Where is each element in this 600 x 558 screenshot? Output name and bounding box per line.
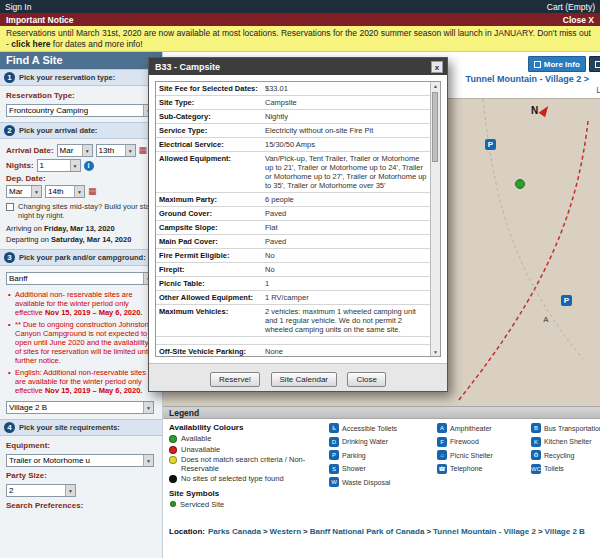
section-park-campground: 3 Pick your park and/or campground:: [0, 249, 162, 266]
available-site-marker[interactable]: [515, 179, 525, 189]
top-bar: Sign In Cart (Empty): [0, 0, 600, 13]
party-size-label: Party Size:: [6, 471, 156, 480]
section-reservation-type: 1 Pick your reservation type:: [0, 69, 162, 86]
departure-month-select[interactable]: Mar ▼: [6, 185, 42, 198]
legend-icon-item: ⌂ Picnic Shelter: [437, 450, 523, 460]
site-detail-row: Electrical Service: 15/30/50 Amps: [156, 138, 430, 152]
site-detail-row: Site Fee for Selected Dates: $33.01: [156, 82, 430, 96]
chevron-down-icon: ▼: [143, 402, 153, 413]
notice-close-button[interactable]: Close X: [563, 15, 594, 25]
availability-list: Available Unavailable Does not match sea…: [169, 435, 321, 484]
parking-marker[interactable]: P: [485, 139, 496, 150]
scroll-up-icon[interactable]: ▲: [431, 82, 440, 90]
cart-link[interactable]: Cart (Empty): [547, 2, 595, 12]
park-value: Banff: [7, 274, 30, 283]
facility-icon: W: [329, 477, 339, 487]
breadcrumb-link[interactable]: Tunnel Mountain - Village 2: [433, 527, 536, 536]
availability-dot: [169, 475, 177, 483]
scroll-down-icon[interactable]: ▼: [431, 348, 440, 356]
arrival-day-select[interactable]: 13th ▼: [96, 144, 136, 157]
party-size-select[interactable]: 2 ▼: [6, 484, 76, 497]
park-select[interactable]: Banff ▼: [6, 272, 154, 285]
site-detail-row: Site Type: Campsite: [156, 96, 430, 110]
chevron-down-icon: ▼: [143, 455, 153, 466]
chevron-down-icon: ▼: [82, 145, 92, 156]
facility-icon: ⌂: [437, 450, 447, 460]
legend-header: Legend: [163, 406, 600, 419]
breadcrumb-link[interactable]: Western: [270, 527, 301, 536]
midstay-checkbox[interactable]: [6, 203, 14, 211]
info-icon[interactable]: i: [84, 161, 94, 171]
site-detail-row: Service Type: Electricity without on-sit…: [156, 124, 430, 138]
facility-icon: A: [437, 423, 447, 433]
facility-icon: D: [329, 437, 339, 447]
scrollbar[interactable]: ▲ ▼: [430, 82, 440, 356]
close-button[interactable]: Close: [347, 372, 385, 387]
legend-icons-column-1: ♿ Accessible Toilets D Drinking Water P …: [329, 423, 429, 517]
departure-day-value: 14th: [46, 187, 66, 196]
departing-line: Departing on Saturday, Mar 14, 2020: [6, 235, 156, 244]
arrival-day-value: 13th: [97, 146, 117, 155]
equipment-value: Trailer or Motorhome u: [7, 456, 92, 465]
breadcrumb-link[interactable]: Banff National Park of Canada: [310, 527, 425, 536]
sign-in-link[interactable]: Sign In: [5, 2, 31, 12]
parking-marker[interactable]: P: [561, 295, 572, 306]
map-breadcrumb-link[interactable]: Tunnel Mountain - Village 2 >: [466, 74, 589, 84]
facility-icon: ♿: [329, 423, 339, 433]
availability-dot: [169, 446, 177, 454]
legend-icon-item: D Drinking Water: [329, 437, 429, 447]
more-info-button[interactable]: More Info: [528, 56, 586, 72]
facility-icon: ♻: [531, 450, 541, 460]
section-3-title: Pick your park and/or campground:: [19, 253, 146, 262]
facility-icon: WC: [531, 464, 541, 474]
legend-toggle[interactable]: Legend ▼: [596, 85, 600, 95]
availability-colours-title: Availability Colours: [169, 423, 321, 432]
search-preferences-label: Search Preferences:: [6, 501, 156, 510]
site-symbol-item: Serviced Site: [169, 501, 321, 510]
campground-select[interactable]: Village 2 B ▼: [6, 401, 154, 414]
compass-north-label: N: [531, 105, 538, 116]
legend-icon-item: ☎ Telephone: [437, 464, 523, 474]
park-notice: English: Additional non-reservable sites…: [15, 368, 156, 395]
notice-text-after: for dates and more info!: [50, 39, 142, 49]
facility-icon: F: [437, 437, 447, 447]
reserve-button[interactable]: Reserve!: [210, 372, 260, 387]
panel-title: Find A Site: [0, 52, 162, 69]
arriving-line: Arriving on Friday, Mar 13, 2020: [6, 224, 156, 233]
site-detail-row: Ground Cover: Paved: [156, 207, 430, 221]
legend-icon-item: B Bus Transportation: [531, 423, 600, 433]
scroll-thumb[interactable]: [432, 92, 438, 162]
facility-icon: B: [531, 423, 541, 433]
important-notice-banner: Important Notice Close X Reservations un…: [0, 13, 600, 52]
step-3-badge: 3: [4, 252, 15, 263]
section-1-title: Pick your reservation type:: [19, 73, 115, 82]
breadcrumb-link[interactable]: Village 2 B: [545, 527, 585, 536]
section-site-requirements: 4 Pick your site requirements:: [0, 419, 162, 436]
site-detail-rows: Site Fee for Selected Dates: $33.01 Site…: [156, 82, 430, 356]
calendar-icon[interactable]: ▦: [88, 186, 97, 197]
departure-date-label: Dep. Date:: [6, 174, 156, 183]
legend-icon-item: ♿ Accessible Toilets: [329, 423, 429, 433]
events-button[interactable]: Events: [589, 56, 600, 72]
campground-value: Village 2 B: [7, 403, 49, 412]
midstay-label: Changing sites mid-stay? Build your stay…: [18, 202, 156, 220]
reservation-type-select[interactable]: Frontcountry Camping ▼: [6, 104, 154, 117]
close-icon[interactable]: x: [431, 61, 443, 73]
section-2-title: Pick your arrival date:: [19, 126, 97, 135]
legend-icons-column-2: A Amphitheater F Firewood ⌂ Picnic Shelt…: [437, 423, 523, 517]
breadcrumb-link[interactable]: Parks Canada: [208, 527, 261, 536]
site-calendar-button[interactable]: Site Calendar: [271, 372, 337, 387]
click-here-link[interactable]: click here: [11, 39, 50, 49]
departure-month-value: Mar: [7, 187, 25, 196]
site-detail-row: Campsite Slope: Flat: [156, 221, 430, 235]
calendar-icon[interactable]: ▦: [139, 145, 148, 156]
equipment-select[interactable]: Trailer or Motorhome u ▼: [6, 454, 154, 467]
party-size-value: 2: [7, 486, 15, 495]
section-4-title: Pick your site requirements:: [19, 423, 120, 432]
arrival-date-label: Arrival Date:: [6, 146, 54, 155]
departure-day-select[interactable]: 14th ▼: [45, 185, 85, 198]
nights-select[interactable]: 1 ▼: [37, 159, 81, 172]
arrival-month-select[interactable]: Mar ▼: [57, 144, 93, 157]
step-1-badge: 1: [4, 72, 15, 83]
info-icon: [534, 61, 541, 68]
